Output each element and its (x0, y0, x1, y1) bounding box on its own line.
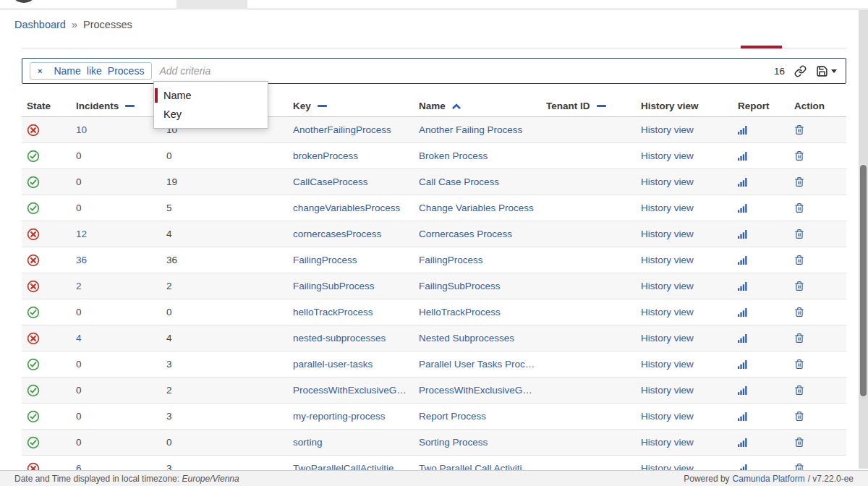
process-key-link[interactable]: FailingSubProcess (293, 281, 375, 291)
dropdown-option-name[interactable]: Name (154, 86, 268, 105)
incidents-count[interactable]: 12 (76, 229, 87, 239)
history-view-link[interactable]: History view (641, 307, 694, 317)
nav-tab-more[interactable]: More (451, 0, 496, 9)
process-key-link[interactable]: ProcessWithExclusiveG… (293, 385, 407, 396)
incidents-count[interactable]: 4 (76, 333, 82, 344)
report-icon[interactable] (738, 438, 747, 447)
report-icon[interactable] (738, 177, 747, 187)
nav-tab-decisions[interactable]: Decisions (247, 0, 315, 9)
incidents-count[interactable]: 36 (76, 255, 87, 265)
report-icon[interactable] (738, 385, 747, 395)
chip-operator[interactable]: like (87, 65, 102, 77)
process-key-link[interactable]: helloTrackProcess (293, 307, 373, 317)
process-key-link[interactable]: changeVariablesProcess (293, 202, 400, 213)
process-name-link[interactable]: Sorting Process (419, 437, 488, 448)
sort-remove-icon[interactable] (597, 105, 606, 108)
process-key-link[interactable]: FailingProcess (293, 255, 357, 265)
delete-icon[interactable] (794, 202, 804, 213)
running-instances-count: 2 (166, 281, 172, 291)
process-name-link[interactable]: ProcessWithExclusiveG… (419, 385, 532, 396)
history-view-link[interactable]: History view (641, 255, 694, 265)
chip-field[interactable]: Name (54, 65, 80, 77)
sort-remove-icon[interactable] (318, 105, 327, 108)
report-icon[interactable] (738, 359, 747, 369)
header-incidents[interactable]: Incidents (71, 101, 165, 111)
delete-icon[interactable] (794, 307, 804, 317)
process-name-link[interactable]: Cornercases Process (419, 229, 512, 239)
dropdown-option-key[interactable]: Key (154, 105, 268, 124)
delete-icon[interactable] (794, 385, 804, 396)
process-key-link[interactable]: brokenProcess (293, 150, 358, 161)
report-icon[interactable] (738, 203, 747, 213)
nav-tab-cases[interactable]: Cases (315, 0, 366, 9)
delete-icon[interactable] (794, 255, 804, 265)
delete-icon[interactable] (794, 437, 804, 448)
delete-icon[interactable] (794, 176, 804, 187)
report-icon[interactable] (738, 307, 747, 317)
history-view-link[interactable]: History view (641, 385, 694, 396)
nav-tab-human-tasks[interactable]: Human Tasks (365, 0, 451, 9)
history-view-link[interactable]: History view (641, 281, 694, 291)
chip-remove-icon[interactable]: × (38, 67, 42, 75)
report-icon[interactable] (738, 281, 747, 291)
process-key-link[interactable]: nested-subprocesses (293, 333, 386, 344)
process-name-link[interactable]: Another Failing Process (419, 124, 522, 135)
camunda-platform-link[interactable]: Camunda Platform (733, 474, 805, 484)
delete-icon[interactable] (794, 150, 804, 161)
process-name-link[interactable]: Broken Process (419, 150, 488, 161)
filter-chip[interactable]: × Name like Process (30, 62, 152, 80)
search-filter-bar: × Name like Process 16 (22, 58, 846, 84)
process-key-link[interactable]: AnotherFailingProcess (293, 124, 391, 135)
process-key-link[interactable]: my-reporting-process (293, 411, 386, 422)
header-tenant-id[interactable]: Tenant ID (545, 101, 639, 111)
process-key-link[interactable]: parallel-user-tasks (293, 359, 373, 370)
header-key[interactable]: Key (292, 101, 417, 111)
sort-ascending-icon[interactable] (451, 103, 461, 110)
history-view-link[interactable]: History view (641, 437, 694, 448)
process-key-link[interactable]: cornercasesProcess (293, 229, 381, 239)
process-name-link[interactable]: Parallel User Tasks Proc… (419, 359, 535, 370)
delete-icon[interactable] (794, 359, 804, 370)
report-icon[interactable] (738, 412, 747, 421)
delete-icon[interactable] (794, 411, 804, 422)
chip-value[interactable]: Process (108, 65, 145, 77)
history-view-link[interactable]: History view (641, 229, 694, 239)
report-icon[interactable] (738, 229, 747, 239)
delete-icon[interactable] (794, 281, 804, 291)
process-name-link[interactable]: FailingSubProcess (419, 281, 501, 291)
vertical-scrollbar-thumb[interactable] (860, 165, 867, 396)
incidents-count[interactable]: 2 (76, 281, 82, 291)
delete-icon[interactable] (794, 333, 804, 344)
incidents-count[interactable]: 10 (76, 124, 87, 135)
history-view-link[interactable]: History view (641, 150, 694, 161)
save-filter-button[interactable] (816, 65, 837, 77)
vertical-scrollbar-track[interactable] (859, 10, 868, 469)
report-icon[interactable] (738, 255, 747, 265)
process-name-link[interactable]: Report Process (419, 411, 486, 422)
process-name-link[interactable]: Call Case Process (419, 176, 499, 187)
report-icon[interactable] (738, 333, 747, 343)
history-view-link[interactable]: History view (641, 176, 694, 187)
copy-link-icon[interactable] (794, 65, 807, 77)
process-key-link[interactable]: CallCaseProcess (293, 176, 368, 187)
breadcrumb-dashboard-link[interactable]: Dashboard (14, 19, 66, 30)
report-icon[interactable] (738, 151, 747, 161)
delete-icon[interactable] (794, 229, 804, 239)
history-view-link[interactable]: History view (641, 333, 694, 344)
process-key-link[interactable]: sorting (293, 437, 323, 448)
history-view-link[interactable]: History view (641, 202, 694, 213)
nav-tab-processes[interactable]: Processes (176, 0, 247, 9)
report-icon[interactable] (738, 125, 747, 135)
history-view-link[interactable]: History view (641, 124, 694, 135)
camunda-logo[interactable] (10, 0, 38, 3)
history-view-link[interactable]: History view (641, 411, 694, 422)
process-name-link[interactable]: HelloTrackProcess (419, 307, 501, 317)
add-criteria-input[interactable] (159, 65, 774, 77)
sort-remove-icon[interactable] (125, 105, 135, 108)
delete-icon[interactable] (794, 124, 804, 135)
header-name[interactable]: Name (417, 101, 545, 111)
process-name-link[interactable]: Change Variables Process (419, 202, 534, 213)
process-name-link[interactable]: FailingProcess (419, 255, 483, 265)
process-name-link[interactable]: Nested Subprocesses (419, 333, 514, 344)
history-view-link[interactable]: History view (641, 359, 694, 370)
